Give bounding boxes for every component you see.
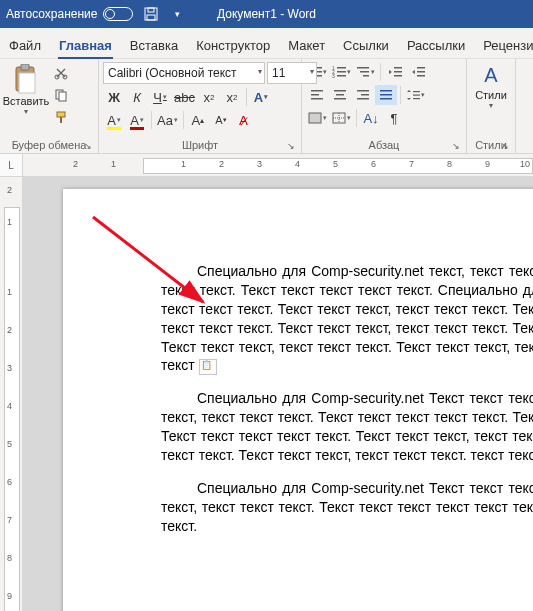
- qat-dropdown-icon[interactable]: ▾: [169, 6, 185, 22]
- tab-insert[interactable]: Вставка: [121, 33, 187, 58]
- svg-rect-38: [334, 98, 346, 100]
- chevron-down-icon: ▾: [310, 67, 314, 76]
- svg-rect-30: [417, 67, 425, 69]
- group-styles: А Стили ▾ Стили ↘: [467, 59, 516, 153]
- horizontal-ruler[interactable]: 2 1 1 2 3 4 5 6 7 8 9 10: [23, 154, 533, 176]
- numbering-button[interactable]: 123▾: [330, 62, 353, 82]
- tab-home[interactable]: Главная: [50, 33, 121, 58]
- font-size-combo[interactable]: 11▾: [267, 62, 317, 84]
- copy-button[interactable]: [51, 86, 71, 104]
- ribbon: Вставить ▾ Буфер обмена ↘: [0, 59, 533, 154]
- shading-button[interactable]: ▾: [306, 108, 329, 128]
- paragraph[interactable]: Специально для Comp-security.net Текст т…: [161, 389, 533, 465]
- show-marks-button[interactable]: ¶: [383, 108, 405, 128]
- svg-rect-11: [60, 117, 62, 123]
- chevron-down-icon: ▾: [24, 107, 28, 116]
- subscript-button[interactable]: x2: [198, 87, 220, 107]
- tab-file[interactable]: Файл: [0, 33, 50, 58]
- paragraph[interactable]: Специально для Comp-security.net Текст т…: [161, 479, 533, 536]
- separator: [183, 111, 184, 129]
- align-left-button[interactable]: [306, 85, 328, 105]
- align-center-button[interactable]: [329, 85, 351, 105]
- svg-rect-9: [59, 92, 66, 101]
- autosave-label: Автосохранение: [6, 7, 97, 21]
- separator: [246, 88, 247, 106]
- svg-rect-40: [361, 94, 369, 96]
- multilevel-button[interactable]: ▾: [354, 62, 377, 82]
- svg-rect-33: [311, 90, 323, 92]
- page: Специально для Comp-security.net текст, …: [63, 189, 533, 611]
- tab-layout[interactable]: Макет: [279, 33, 334, 58]
- page-body[interactable]: Специально для Comp-security.net текст, …: [63, 189, 533, 570]
- separator: [151, 111, 152, 129]
- ruler-row: L 2 1 1 2 3 4 5 6 7 8 9 10: [0, 154, 533, 177]
- italic-button[interactable]: К: [126, 87, 148, 107]
- svg-rect-19: [337, 67, 346, 69]
- format-painter-button[interactable]: [51, 108, 71, 126]
- svg-rect-43: [380, 94, 392, 96]
- svg-rect-49: [309, 113, 321, 123]
- superscript-button[interactable]: x2: [221, 87, 243, 107]
- group-label-clipboard: Буфер обмена ↘: [4, 137, 94, 153]
- svg-rect-39: [357, 90, 369, 92]
- tab-selector[interactable]: L: [0, 154, 23, 176]
- svg-rect-5: [19, 73, 35, 93]
- underline-button[interactable]: Ч▾: [149, 87, 171, 107]
- svg-rect-36: [334, 90, 346, 92]
- svg-rect-44: [380, 98, 392, 100]
- tab-references[interactable]: Ссылки: [334, 33, 398, 58]
- styles-label-top[interactable]: Стили: [475, 89, 507, 101]
- line-spacing-button[interactable]: ▾: [404, 85, 427, 105]
- clipboard-icon: [12, 64, 40, 94]
- borders-button[interactable]: ▾: [330, 108, 353, 128]
- svg-rect-23: [337, 75, 346, 77]
- svg-rect-28: [394, 71, 402, 73]
- svg-rect-41: [357, 98, 369, 100]
- launcher-icon[interactable]: ↘: [452, 141, 460, 151]
- vertical-ruler[interactable]: 2 1 1 2 3 4 5 6 7 8 9: [0, 177, 23, 611]
- clear-formatting-button[interactable]: A̷: [233, 110, 255, 130]
- launcher-icon[interactable]: ↘: [501, 141, 509, 151]
- svg-rect-26: [363, 75, 369, 77]
- highlight-button[interactable]: A▾: [103, 110, 125, 130]
- font-name-combo[interactable]: Calibri (Основной текст▾: [103, 62, 265, 84]
- change-case-button[interactable]: Aa▾: [155, 110, 180, 130]
- launcher-icon[interactable]: ↘: [287, 141, 295, 151]
- strike-button[interactable]: abc: [172, 87, 197, 107]
- tab-mailings[interactable]: Рассылки: [398, 33, 474, 58]
- text-effects-button[interactable]: A▾: [250, 87, 272, 107]
- grow-font-button[interactable]: A▴: [187, 110, 209, 130]
- bold-button[interactable]: Ж: [103, 87, 125, 107]
- indent-button[interactable]: [407, 62, 429, 82]
- save-icon[interactable]: [143, 6, 159, 22]
- chevron-down-icon: ▾: [489, 101, 493, 110]
- paste-options-button[interactable]: [199, 359, 217, 375]
- group-label-paragraph: Абзац ↘: [306, 137, 462, 153]
- svg-rect-31: [417, 71, 425, 73]
- svg-rect-24: [357, 67, 369, 69]
- align-right-button[interactable]: [352, 85, 374, 105]
- ribbon-tabs: Файл Главная Вставка Конструктор Макет С…: [0, 28, 533, 59]
- svg-rect-1: [148, 8, 154, 12]
- cut-button[interactable]: [51, 64, 71, 82]
- outdent-button[interactable]: [384, 62, 406, 82]
- sort-button[interactable]: A↓: [360, 108, 382, 128]
- svg-rect-46: [413, 91, 420, 92]
- document-area: 2 1 1 2 3 4 5 6 7 8 9 Специально для Com…: [0, 177, 533, 611]
- autosave-toggle-group: Автосохранение: [6, 7, 133, 21]
- launcher-icon[interactable]: ↘: [84, 141, 92, 151]
- align-justify-button[interactable]: [375, 85, 397, 105]
- paste-label: Вставить: [3, 95, 50, 107]
- styles-icon[interactable]: А: [484, 64, 497, 87]
- autosave-toggle[interactable]: [103, 7, 133, 21]
- tab-review[interactable]: Рецензирова: [474, 33, 533, 58]
- paragraph[interactable]: Специально для Comp-security.net текст, …: [161, 262, 533, 375]
- tab-design[interactable]: Конструктор: [187, 33, 279, 58]
- paste-button[interactable]: Вставить ▾: [4, 62, 48, 116]
- title-bar: Автосохранение ▾ Документ1 - Word: [0, 0, 533, 28]
- shrink-font-button[interactable]: A▾: [210, 110, 232, 130]
- group-font: Calibri (Основной текст▾ 11▾ Ж К Ч▾ abc …: [99, 59, 302, 153]
- font-color-button[interactable]: A▾: [126, 110, 148, 130]
- page-canvas[interactable]: Специально для Comp-security.net текст, …: [23, 177, 533, 611]
- svg-rect-47: [413, 95, 420, 96]
